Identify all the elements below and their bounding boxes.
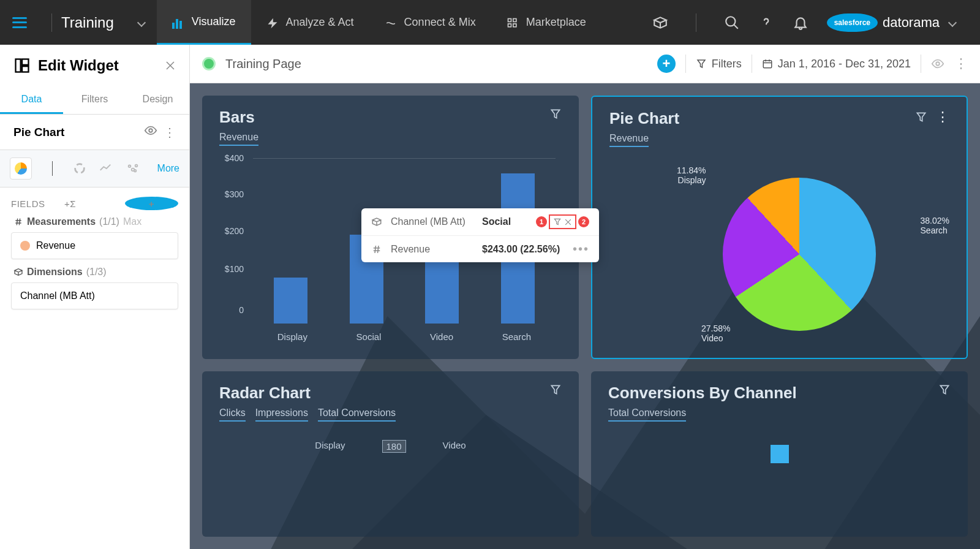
- close-icon[interactable]: [564, 218, 572, 226]
- date-range-picker[interactable]: Jan 1, 2016 - Dec 31, 2021: [762, 58, 911, 70]
- add-field-button[interactable]: +: [125, 197, 178, 210]
- close-icon[interactable]: [165, 60, 176, 71]
- field-pill-revenue[interactable]: Revenue: [11, 232, 178, 259]
- svg-rect-4: [513, 23, 516, 26]
- sidebar-tab-design[interactable]: Design: [126, 86, 189, 114]
- measurements-header[interactable]: Measurements (1/1) Max: [11, 216, 178, 227]
- svg-rect-7: [16, 59, 21, 72]
- add-widget-button[interactable]: +: [657, 55, 676, 73]
- filter-icon[interactable]: [549, 108, 562, 120]
- filter-icon[interactable]: [938, 384, 951, 396]
- tooltip-action-box[interactable]: [549, 214, 576, 229]
- svg-rect-3: [508, 23, 511, 26]
- help-icon[interactable]: [758, 15, 774, 31]
- sidebar-title: Edit Widget: [38, 57, 157, 74]
- dashboard-canvas: Bars Revenue $400 $300 $200 $100 0: [190, 83, 980, 549]
- more-chart-types[interactable]: More: [157, 163, 179, 174]
- svg-point-23: [936, 62, 940, 66]
- filters-button[interactable]: Filters: [696, 58, 742, 70]
- chart-name: Pie Chart: [13, 126, 138, 139]
- bell-icon[interactable]: [793, 15, 809, 31]
- chevron-down-icon[interactable]: [948, 18, 957, 26]
- tab-label: Visualize: [192, 15, 236, 28]
- app-title[interactable]: Training: [61, 14, 114, 31]
- tab-connect[interactable]: Connect & Mix: [369, 0, 491, 45]
- svg-rect-19: [763, 61, 772, 68]
- connect-icon: [385, 17, 397, 28]
- field-pill-channel[interactable]: Channel (MB Att): [11, 282, 178, 309]
- svg-marker-24: [551, 110, 559, 118]
- pie-chart: 11.84%Display 38.02%Search 27.58%Video: [609, 159, 949, 362]
- widget-title: Bars: [219, 108, 549, 127]
- tooltip-dim-label: Channel (MB Att): [391, 216, 473, 227]
- tooltip-meas-label: Revenue: [391, 244, 473, 255]
- divider: [685, 55, 686, 73]
- hash-icon: [13, 217, 23, 227]
- bar-video[interactable]: [425, 252, 459, 324]
- chart-type-selector: More: [0, 150, 189, 187]
- svg-point-14: [129, 165, 131, 168]
- more-vertical-icon[interactable]: ⋮: [164, 125, 176, 140]
- filter-icon[interactable]: [915, 111, 927, 123]
- widget-pie[interactable]: Pie Chart Revenue ⋮ 11.84%Display 38.02%…: [591, 96, 968, 359]
- pie-label-display: 11.84%Display: [677, 165, 706, 185]
- dimensions-header[interactable]: Dimensions (1/3): [11, 267, 178, 278]
- tab-label: Marketplace: [526, 16, 586, 29]
- divider: [51, 13, 52, 32]
- divider: [52, 161, 53, 176]
- tab-label: Connect & Mix: [404, 16, 476, 29]
- widget-subtitle: Total Conversions: [318, 407, 396, 422]
- search-icon[interactable]: [724, 15, 740, 31]
- status-dot[interactable]: [202, 57, 216, 70]
- chevron-down-icon[interactable]: [137, 18, 146, 26]
- filter-icon[interactable]: [549, 384, 562, 396]
- more-vertical-icon[interactable]: ⋮: [954, 56, 968, 72]
- divider: [921, 55, 921, 73]
- cube-icon: [13, 267, 23, 277]
- svg-line-6: [734, 25, 738, 29]
- sidebar-header: Edit Widget: [0, 45, 189, 86]
- widget-radar[interactable]: Radar Chart Clicks Impressions Total Con…: [202, 371, 579, 537]
- page-title[interactable]: Training Page: [225, 57, 301, 71]
- filter-icon: [696, 58, 707, 69]
- add-sigma-icon[interactable]: +Σ: [64, 199, 118, 209]
- sidebar-tab-data[interactable]: Data: [0, 86, 63, 114]
- fields-section: FIELDS +Σ + Measurements (1/1) Max Reven…: [0, 187, 189, 326]
- widget-subtitle: Revenue: [219, 132, 258, 146]
- box-icon[interactable]: [652, 15, 668, 31]
- chart-type-pie[interactable]: [10, 157, 32, 180]
- datorama-logo: datorama: [883, 15, 940, 31]
- tab-marketplace[interactable]: Marketplace: [491, 0, 601, 45]
- menu-icon[interactable]: [12, 17, 27, 28]
- pie-graphic[interactable]: [723, 178, 876, 331]
- eye-icon[interactable]: [144, 124, 157, 140]
- tab-visualize[interactable]: Visualize: [157, 0, 251, 45]
- more-horizontal-icon[interactable]: •••: [573, 242, 589, 256]
- preview-icon[interactable]: [931, 57, 944, 70]
- bar: [771, 445, 789, 463]
- bar-display[interactable]: [274, 278, 307, 324]
- tab-analyze[interactable]: Analyze & Act: [251, 0, 369, 45]
- sidebar-tab-filters[interactable]: Filters: [63, 86, 126, 114]
- widget-title: Pie Chart: [609, 109, 915, 128]
- filter-icon[interactable]: [553, 218, 562, 226]
- svg-marker-27: [940, 385, 948, 393]
- widget-conversions[interactable]: Conversions By Channel Total Conversions: [591, 371, 968, 537]
- chart-type-donut[interactable]: [73, 162, 86, 175]
- chart-type-scatter[interactable]: [124, 162, 141, 175]
- svg-rect-2: [513, 18, 516, 21]
- more-vertical-icon[interactable]: ⋮: [936, 109, 949, 125]
- widget-subtitle: Clicks: [219, 407, 246, 422]
- step-badge-2: 2: [578, 216, 589, 227]
- widget-title: Conversions By Channel: [608, 384, 938, 403]
- pie-label-search: 38.02%Search: [921, 216, 949, 235]
- page-header: Training Page + Filters Jan 1, 2016 - De…: [190, 45, 980, 83]
- svg-rect-8: [22, 59, 29, 65]
- chart-type-line[interactable]: [97, 162, 113, 175]
- top-actions: salesforce datorama: [652, 13, 968, 32]
- layout-icon: [13, 57, 31, 74]
- grid-icon: [507, 17, 519, 28]
- svg-marker-18: [698, 60, 705, 67]
- svg-marker-25: [917, 113, 925, 121]
- svg-marker-0: [268, 18, 277, 28]
